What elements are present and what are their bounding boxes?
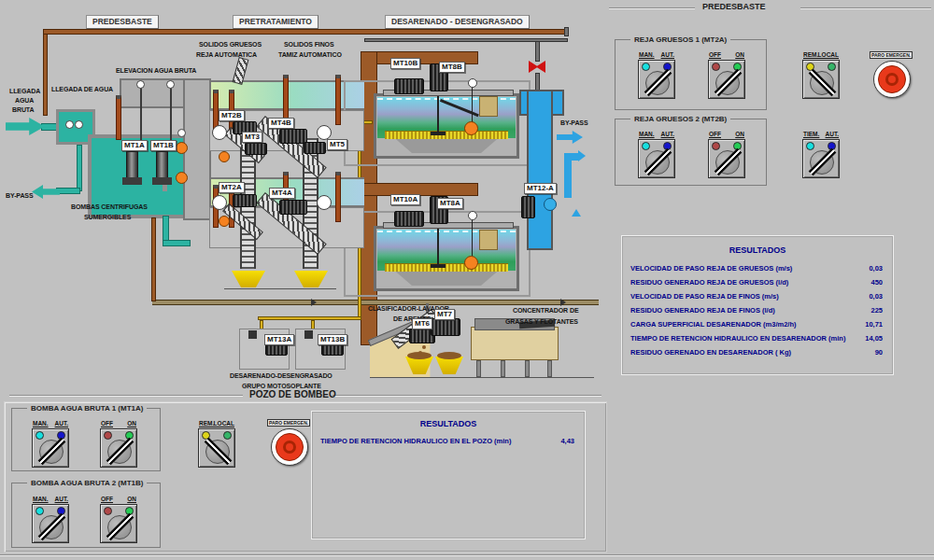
emergency-button-icon[interactable] — [873, 61, 911, 98]
submersible-pump-mt1b[interactable] — [156, 151, 168, 179]
selector-switch[interactable] — [802, 139, 840, 178]
bomba2-off-on-switch[interactable]: OFF ON — [98, 496, 139, 544]
result-label: RESIDUO GENERADO REJA DE GRUESOS (l/d) — [630, 278, 788, 287]
gate-valve-icon[interactable] — [116, 95, 121, 140]
submersible-pump-mt1a[interactable] — [126, 151, 138, 179]
tag-mt10b: MT10B — [390, 58, 420, 69]
emergency-button-ring — [276, 433, 304, 461]
selector-switch[interactable] — [100, 504, 137, 543]
machine-leg — [525, 360, 530, 377]
level-gauge-icon — [468, 211, 477, 220]
selector-switch[interactable] — [708, 60, 745, 99]
result-row: VELOCIDAD DE PASO REJA DE FINOS (m/s) 0,… — [630, 292, 883, 303]
reja2-off-on-switch[interactable]: OFF ON — [706, 131, 747, 179]
selector-switch[interactable] — [32, 504, 69, 543]
selector-switch[interactable] — [708, 139, 745, 178]
reja-emergency-stop-button[interactable]: PARO EMERGEN. — [869, 51, 917, 102]
gate-valve-icon[interactable] — [335, 172, 341, 222]
gate-valve-icon[interactable] — [335, 75, 341, 125]
switch-label-on: ON — [127, 420, 136, 427]
selector-switch[interactable] — [638, 60, 675, 99]
result-label: RESIDUO GERENADO EN DESARENADOR ( Kg) — [630, 348, 791, 357]
results-title: RESULTADOS — [312, 419, 585, 428]
switch-label-on: ON — [127, 496, 136, 502]
label-bombas-1: BOMBAS CENTRIFUGAS — [71, 203, 148, 210]
switch-label-on: ON — [735, 131, 744, 137]
switch-label-tiem: TIEM. — [803, 131, 819, 137]
switch-label-aut: AUT. — [55, 420, 68, 427]
pump-base — [152, 177, 172, 185]
header-pretratamiento: PRETRATAMIENTO — [233, 15, 318, 29]
alarm-light — [219, 216, 230, 227]
outlet-weir-lower — [479, 230, 498, 250]
results-panel-desarenado: RESULTADOS VELOCIDAD DE PASO REJA DE GRU… — [621, 235, 894, 375]
blower-valve — [248, 330, 257, 339]
emergency-button-icon[interactable] — [271, 428, 308, 466]
bottom-screen-divider — [0, 554, 934, 556]
result-label: CARGA SUPERFICIAL DESARENADOR (m3/m2/h) — [630, 320, 797, 329]
switch-label-off: OFF — [709, 131, 721, 137]
emergency-button-core — [283, 441, 296, 454]
flow-arrow-icon — [311, 299, 317, 306]
motor-mt7[interactable] — [431, 318, 460, 336]
selector-switch[interactable] — [100, 428, 137, 468]
level-gauge-icon — [177, 129, 186, 137]
selector-switch[interactable] — [198, 428, 235, 468]
agitator-paddle — [431, 132, 446, 135]
motor-mt3[interactable] — [245, 143, 267, 155]
label-solidos-gruesos-2: REJA AUTOMATICA — [196, 51, 257, 58]
reja-rem-local-switch[interactable]: REM. LOCAL — [800, 51, 842, 100]
status-light-blue — [544, 198, 557, 211]
switch-label-aut: AUT. — [55, 496, 68, 502]
result-label: TIEMPO DE RETENCION HIDRAULICO EN DESARE… — [630, 334, 845, 343]
reja1-off-on-switch[interactable]: OFF ON — [706, 51, 747, 100]
check-valve-icon — [136, 80, 145, 89]
pipe-left-vertical — [43, 34, 48, 116]
result-label: VELOCIDAD DE PASO REJA DE GRUESOS (m/s) — [630, 264, 792, 273]
man-light — [642, 142, 650, 150]
emergency-button-ring — [878, 65, 906, 93]
local-light — [828, 63, 836, 71]
motor-mt10b[interactable] — [394, 78, 424, 94]
result-row: TIEMPO DE RETENCION HIDRAULICO EN DESARE… — [630, 334, 883, 345]
motor-mt10a[interactable] — [394, 211, 424, 227]
divider — [609, 7, 695, 9]
level-gauge-icon — [468, 78, 477, 88]
tag-mt10a: MT10A — [390, 194, 420, 205]
header-predesbaste: PREDESBASTE — [86, 15, 159, 29]
bomba1-man-aut-switch[interactable]: MAN. AUT. — [30, 420, 71, 469]
label-llegada-1: LLEGADA — [9, 88, 40, 94]
selector-switch[interactable] — [32, 428, 69, 468]
reja2-man-aut-switch[interactable]: MAN. AUT. — [636, 131, 677, 179]
tag-mt8a: MT8A — [437, 198, 463, 209]
results-title: RESULTADOS — [622, 245, 893, 255]
grit-pile — [407, 352, 432, 359]
switch-label-aut: AUT. — [826, 131, 839, 137]
label-elevacion: ELEVACION AGUA BRUTA — [116, 67, 196, 74]
reja1-man-aut-switch[interactable]: MAN. AUT. — [636, 51, 677, 100]
reja-tiem-aut-switch[interactable]: TIEM. AUT. — [800, 131, 842, 179]
motor-mt12a[interactable] — [521, 196, 535, 218]
shutoff-valve-icon[interactable] — [529, 61, 545, 73]
selector-switch[interactable] — [802, 60, 840, 99]
sand-layer-lower — [385, 263, 508, 272]
pump-symbol-icon — [75, 120, 83, 129]
blower-header-pipe — [258, 316, 361, 320]
bomba2-man-aut-switch[interactable]: MAN. AUT. — [30, 496, 71, 544]
motor-mt4a[interactable] — [279, 200, 307, 215]
motor-mt4b[interactable] — [279, 129, 307, 144]
pozo-rem-local-switch[interactable]: REM. LOCAL — [196, 420, 237, 469]
bomba1-off-on-switch[interactable]: OFF ON — [98, 420, 139, 469]
result-row: CARGA SUPERFICIAL DESARENADOR (m3/m2/h) … — [630, 320, 883, 331]
switch-label-aut: AUT. — [661, 131, 674, 137]
motor-mt2a[interactable] — [233, 194, 257, 207]
label-bypass-left: BY-PASS — [6, 192, 34, 199]
agitator-shaft — [437, 229, 439, 266]
selector-switch[interactable] — [638, 139, 675, 178]
off-light — [104, 431, 112, 440]
tag-mt4a: MT4A — [269, 188, 295, 199]
blower-valve — [304, 330, 313, 339]
motor-mt5[interactable] — [304, 142, 326, 154]
pozo-emergency-stop-button[interactable]: PARO EMERGEN. — [266, 419, 315, 469]
label-solidos-gruesos-1: SOLIDOS GRUESOS — [199, 41, 262, 48]
